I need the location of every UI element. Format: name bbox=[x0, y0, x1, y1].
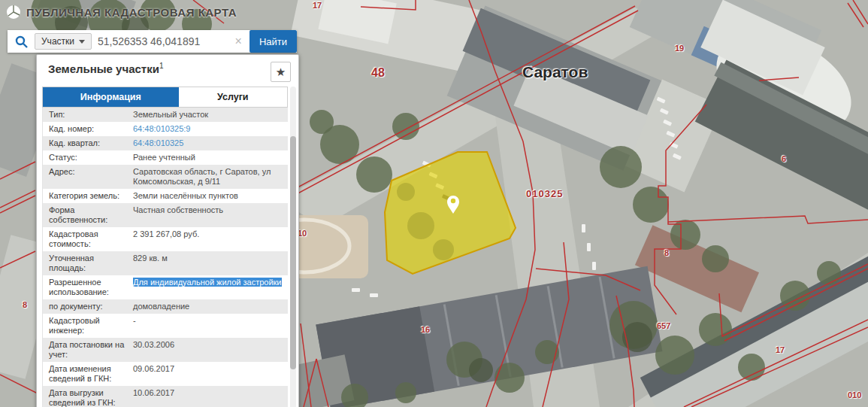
table-row: Дата постановки на учет: 30.03.2006 bbox=[43, 338, 288, 362]
table-row: Кадастровый инженер: - bbox=[43, 314, 288, 338]
parcel-number-label: 19 bbox=[675, 44, 684, 53]
find-button[interactable]: Найти bbox=[250, 30, 297, 53]
cadastral-quarter-link[interactable]: 64:48:010325 bbox=[132, 138, 288, 149]
panel-title-count: 1 bbox=[159, 62, 164, 70]
parcel-number-label: 16 bbox=[421, 325, 430, 334]
panel-scrollbar-track[interactable] bbox=[290, 87, 296, 407]
search-category-label: Участки bbox=[41, 36, 74, 47]
parcel-attributes-table: Тип: Земельный участок Кад. номер: 64:48… bbox=[42, 108, 288, 407]
panel-header: Земельные участки1 ★ bbox=[37, 55, 298, 87]
search-bar: Участки × Найти bbox=[8, 30, 297, 53]
table-row: по документу: домовладение bbox=[43, 299, 288, 314]
quarter-number-label: 010 bbox=[848, 390, 861, 399]
chevron-down-icon bbox=[79, 40, 85, 44]
parcel-number-label: 48 bbox=[371, 66, 385, 80]
clear-search-icon[interactable]: × bbox=[228, 35, 250, 48]
table-row: Кад. номер: 64:48:010325:9 bbox=[43, 122, 288, 136]
table-row: Статус: Ранее учтенный bbox=[43, 150, 288, 165]
table-row: Категория земель: Земли населённых пункт… bbox=[43, 189, 288, 203]
table-row: Дата изменения сведений в ГКН: 09.06.201… bbox=[43, 362, 288, 386]
table-row: Уточненная площадь: 829 кв. м bbox=[43, 251, 288, 275]
permitted-use-value-selected: Для индивидуальной жилой застройки bbox=[132, 277, 288, 298]
parcel-number-label: 8 bbox=[664, 248, 669, 257]
panel-scrollbar-thumb[interactable] bbox=[290, 136, 296, 369]
table-row: Форма собственности: Частная собственнос… bbox=[43, 203, 288, 227]
favorite-star-button[interactable]: ★ bbox=[271, 62, 291, 82]
cadastral-number-link[interactable]: 64:48:010325:9 bbox=[132, 123, 288, 135]
parcel-number-label: 17 bbox=[313, 1, 322, 10]
panel-tabs: Информация Услуги bbox=[42, 87, 288, 108]
city-label: Саратов bbox=[522, 63, 588, 81]
parcel-number-label: 8 bbox=[23, 300, 27, 309]
search-icon[interactable] bbox=[8, 35, 35, 48]
table-row: Разрешенное использование: Для индивидуа… bbox=[43, 275, 288, 299]
table-row: Тип: Земельный участок bbox=[43, 108, 288, 122]
app-logo-icon bbox=[6, 5, 21, 20]
table-row: Адрес: Саратовская область, г Саратов, у… bbox=[43, 165, 288, 189]
parcel-number-label: 657 bbox=[657, 321, 670, 330]
parcel-number-label: 17 bbox=[776, 345, 785, 354]
app-header: ПУБЛИЧНАЯ КАДАСТРОВАЯ КАРТА bbox=[6, 5, 237, 20]
search-input[interactable] bbox=[98, 35, 228, 47]
tab-services[interactable]: Услуги bbox=[179, 87, 287, 107]
quarter-number-label: 010325 bbox=[526, 188, 563, 199]
search-category-dropdown[interactable]: Участки bbox=[35, 33, 92, 50]
table-row: Кадастровая стоимость: 2 391 267,08 руб. bbox=[43, 227, 288, 251]
tab-information[interactable]: Информация bbox=[43, 87, 179, 107]
parcel-number-label: 6 bbox=[782, 154, 786, 163]
table-row: Кад. квартал: 64:48:010325 bbox=[43, 136, 288, 150]
cadastral-map-app: Саратов 17 48 19 6 010325 8 10 16 14 657… bbox=[0, 0, 868, 407]
app-title: ПУБЛИЧНАЯ КАДАСТРОВАЯ КАРТА bbox=[26, 6, 237, 19]
table-row: Дата выгрузки сведений из ГКН: 10.06.201… bbox=[43, 386, 288, 407]
parcel-info-panel: Земельные участки1 ★ Информация Услуги Т… bbox=[36, 54, 299, 407]
panel-title: Земельные участки1 bbox=[48, 62, 163, 75]
